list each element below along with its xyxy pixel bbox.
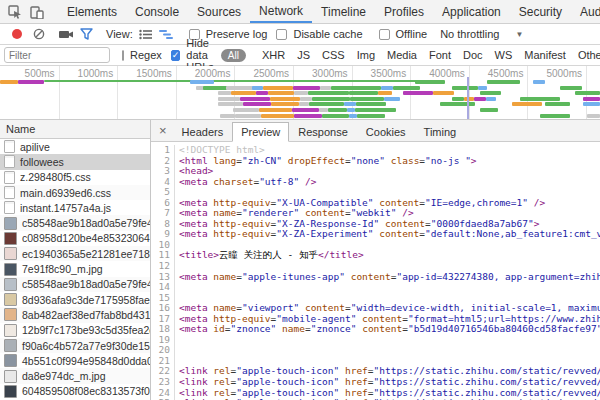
image-thumbnail-icon bbox=[4, 263, 17, 276]
code-line: 20 bbox=[151, 345, 600, 356]
filter-type-all[interactable]: All bbox=[221, 49, 246, 62]
filter-type-img[interactable]: Img bbox=[351, 49, 381, 61]
request-row[interactable]: ec1940365a5e21281ee71856… bbox=[0, 246, 150, 261]
detail-tab-preview[interactable]: Preview bbox=[232, 122, 289, 142]
view-list-icon[interactable] bbox=[136, 26, 156, 42]
disable-cache-label[interactable]: Disable cache bbox=[293, 28, 362, 40]
filter-type-xhr[interactable]: XHR bbox=[256, 49, 291, 61]
overview-request-bar bbox=[440, 102, 475, 106]
request-name: da8e974dc_m.jpg bbox=[22, 370, 105, 382]
overview-request-bar bbox=[355, 108, 396, 112]
filter-type-other[interactable]: Other bbox=[572, 49, 600, 61]
overview-request-bar bbox=[271, 102, 299, 106]
filter-type-media[interactable]: Media bbox=[381, 49, 423, 61]
main-tab-elements[interactable]: Elements bbox=[58, 0, 126, 23]
main-tab-network[interactable]: Network bbox=[250, 0, 312, 23]
document-icon bbox=[4, 186, 15, 199]
request-row[interactable]: c58548ae9b18ad0a5e79fe4e… bbox=[0, 277, 150, 292]
overview-request-bar bbox=[384, 97, 400, 101]
regex-checkbox[interactable] bbox=[122, 50, 124, 61]
code-line: 13<meta name="apple-itunes-app" content=… bbox=[151, 272, 600, 283]
view-label: View: bbox=[106, 28, 133, 40]
code-text: <html lang="zh-CN" dropEffect="none" cla… bbox=[175, 156, 477, 167]
request-row[interactable]: z.298480f5.css bbox=[0, 170, 150, 185]
code-text: <meta charset="utf-8" /> bbox=[175, 177, 316, 188]
request-row[interactable]: c58548ae9b18ad0a5e79fe4e… bbox=[0, 215, 150, 230]
name-column-label: Name bbox=[6, 123, 35, 135]
main-tab-sources[interactable]: Sources bbox=[188, 0, 250, 23]
filter-type-css[interactable]: CSS bbox=[316, 49, 351, 61]
offline-label[interactable]: Offline bbox=[396, 28, 428, 40]
image-thumbnail-icon bbox=[4, 293, 17, 306]
throttling-dropdown[interactable]: No throttling ▼ bbox=[440, 28, 523, 40]
filter-type-js[interactable]: JS bbox=[291, 49, 316, 61]
request-list: apilivefolloweesz.298480f5.cssmain.d6939… bbox=[0, 139, 150, 400]
overview-request-bar bbox=[218, 97, 240, 101]
request-row[interactable]: 12b9f7c173be93c5d35fea2d… bbox=[0, 323, 150, 338]
request-row[interactable]: apilive bbox=[0, 139, 150, 154]
show-overview-waterfall-icon[interactable] bbox=[156, 26, 176, 42]
overview-request-bar bbox=[545, 102, 570, 106]
clear-icon[interactable] bbox=[29, 26, 49, 42]
regex-label[interactable]: Regex bbox=[130, 49, 162, 61]
line-number: 3 bbox=[151, 166, 175, 177]
disable-cache-checkbox[interactable] bbox=[276, 29, 287, 40]
request-row[interactable]: 4b551c0f994e95848d0dda09… bbox=[0, 353, 150, 368]
detail-tabbar: × HeadersPreviewResponseCookiesTiming bbox=[151, 120, 600, 142]
filter-type-ws[interactable]: WS bbox=[489, 49, 519, 61]
timeline-overview[interactable]: 500ms1000ms1500ms2000ms2500ms3000ms3500m… bbox=[0, 66, 600, 120]
filter-type-font[interactable]: Font bbox=[423, 49, 457, 61]
main-tab-timeline[interactable]: Timeline bbox=[312, 0, 375, 23]
main-tab-console[interactable]: Console bbox=[126, 0, 188, 23]
request-row[interactable]: main.d6939ed6.css bbox=[0, 185, 150, 200]
main-tab-profiles[interactable]: Profiles bbox=[375, 0, 433, 23]
code-line: 18<meta id="znonce" name="znonce" conten… bbox=[151, 324, 600, 335]
overview-request-bar bbox=[403, 91, 433, 95]
filter-input[interactable] bbox=[4, 47, 110, 63]
request-row[interactable]: 604859508f08ec8313573f0e7… bbox=[0, 384, 150, 399]
detail-tab-headers[interactable]: Headers bbox=[173, 122, 233, 142]
detail-tab-cookies[interactable]: Cookies bbox=[357, 122, 415, 142]
request-row[interactable]: 7e91f8c90_m.jpg bbox=[0, 261, 150, 276]
image-thumbnail-icon bbox=[4, 354, 17, 367]
close-icon[interactable]: × bbox=[155, 123, 173, 141]
main-tab-security[interactable]: Security bbox=[510, 0, 571, 23]
request-row[interactable]: 8ab482aef38ed7fab8bd4314… bbox=[0, 307, 150, 322]
request-row[interactable]: f90a6c4b572a77e9f30de153… bbox=[0, 338, 150, 353]
image-thumbnail-icon bbox=[4, 247, 17, 260]
request-row[interactable]: 8d936afa9c3de7175958fae5… bbox=[0, 292, 150, 307]
filter-funnel-icon[interactable] bbox=[76, 26, 96, 42]
detail-tab-response[interactable]: Response bbox=[289, 122, 357, 142]
detail-tab-timing[interactable]: Timing bbox=[415, 122, 466, 142]
main-tab-application[interactable]: Application bbox=[433, 0, 510, 23]
offline-checkbox[interactable] bbox=[379, 29, 390, 40]
main-tab-audits[interactable]: Audits bbox=[571, 0, 600, 23]
filter-type-doc[interactable]: Doc bbox=[457, 49, 489, 61]
name-column-header[interactable]: Name bbox=[0, 120, 150, 139]
filter-type-manifest[interactable]: Manifest bbox=[518, 49, 572, 61]
overview-request-bar bbox=[231, 91, 256, 95]
request-row[interactable]: instant.14757a4a.js bbox=[0, 200, 150, 215]
inspect-element-icon[interactable] bbox=[4, 4, 26, 20]
overview-request-bar bbox=[294, 114, 322, 118]
code-text: <title>云瞳 关注的人 - 知乎</title> bbox=[175, 250, 364, 261]
main-tabs: ElementsConsoleSourcesNetworkTimelinePro… bbox=[58, 0, 600, 23]
throttling-value: No throttling bbox=[440, 28, 499, 40]
code-text: <meta name="apple-itunes-app" content="a… bbox=[175, 272, 600, 283]
hide-data-urls-checkbox[interactable]: ✓ bbox=[171, 50, 181, 61]
overview-request-bar bbox=[308, 91, 349, 95]
request-row[interactable]: c08958d120be4e853230649… bbox=[0, 231, 150, 246]
overview-request-bar bbox=[474, 97, 486, 101]
request-row[interactable]: followees bbox=[0, 154, 150, 169]
overview-request-bar bbox=[486, 97, 496, 101]
request-detail-panel: × HeadersPreviewResponseCookiesTiming 1<… bbox=[151, 120, 600, 400]
preserve-log-label[interactable]: Preserve log bbox=[206, 28, 268, 40]
request-row[interactable]: da8e974dc_m.jpg bbox=[0, 368, 150, 383]
record-button[interactable] bbox=[12, 29, 22, 39]
device-toolbar-icon[interactable] bbox=[26, 4, 48, 20]
filter-type-list: XHRJSCSSImgMediaFontDocWSManifestOther bbox=[256, 49, 600, 61]
screenshot-camera-icon[interactable] bbox=[56, 26, 76, 42]
ruler-tick-label: 2000ms bbox=[195, 68, 235, 79]
preview-code-area[interactable]: 1<!DOCTYPE html>2<html lang="zh-CN" drop… bbox=[151, 142, 600, 400]
overview-request-bar bbox=[381, 86, 393, 90]
